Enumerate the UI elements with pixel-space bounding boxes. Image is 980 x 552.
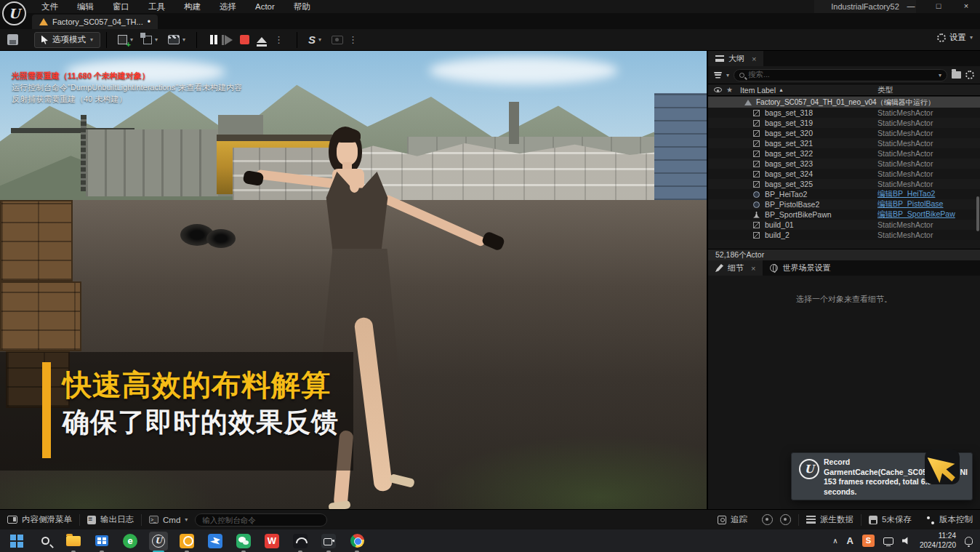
menu-item[interactable]: 文件 [32,0,68,13]
outliner-row[interactable]: bags_set_324 StaticMeshActor [708,169,980,179]
platforms-button[interactable]: S ▾ [308,33,321,46]
start-button[interactable] [7,532,26,551]
tab-details[interactable]: 细节 × [708,260,763,276]
bird-app[interactable] [206,532,225,551]
close-icon[interactable]: × [752,55,756,63]
outliner-row[interactable]: bags_set_323 StaticMeshActor [708,159,980,169]
favorite-column-icon[interactable]: ★ [726,86,733,94]
cmd-label: Cmd [163,516,180,524]
taskbar-clock[interactable]: 11:24 2024/12/20 [920,532,956,550]
outliner-row[interactable]: BP_HeiTao2 编辑BP_HeiTao2 [708,189,980,199]
maximize-button[interactable]: □ [925,0,952,13]
chevron-down-icon[interactable]: ▾ [939,72,941,79]
outliner-row[interactable]: bags_set_319 StaticMeshActor [708,118,980,128]
outliner-scrollbar[interactable] [976,196,979,231]
volume-icon[interactable] [902,537,911,545]
taskbar-search[interactable] [36,532,55,551]
outliner-row[interactable]: bags_set_320 StaticMeshActor [708,128,980,138]
chevron-down-icon[interactable]: ▾ [726,72,729,79]
sort-ascending-icon: ▲ [779,87,784,92]
outliner-settings-icon[interactable] [965,71,974,79]
pause-button[interactable] [210,35,217,44]
actor-type-icon [753,232,760,239]
menu-item[interactable]: Actor [246,0,284,13]
capture-gauge-app[interactable] [291,532,310,551]
revision-control-button[interactable]: 版本控制 [919,510,980,529]
play-options-icon[interactable]: ⋮ [274,36,284,44]
outliner-row[interactable]: BP_PistolBase2 编辑BP_PistolBase [708,199,980,209]
level-viewport[interactable]: 光照需要重建（11,680 个未构建对象） 运行控制台命令"DumpUnbuil… [0,51,707,509]
visibility-column-icon[interactable] [714,87,722,92]
filter-icon[interactable] [714,72,722,79]
add-actor-button[interactable]: ▾ [118,35,133,44]
unreal-engine[interactable]: U [149,532,168,551]
minimize-button[interactable]: — [897,0,925,13]
menu-item[interactable]: 构建 [174,0,210,13]
actor-type: StaticMeshActor [877,129,933,137]
output-log-button[interactable]: 输出日志 [80,510,141,529]
actor-label: BP_PistolBase2 [765,200,819,209]
console-command-input[interactable]: 输入控制台命令 [195,513,327,527]
edit-blueprint-link[interactable]: 编辑BP_SportBikePaw [877,209,955,220]
tray-overflow-icon[interactable]: ∧ [832,537,838,545]
menu-item[interactable]: 编辑 [68,0,103,13]
edit-blueprint-link[interactable]: 编辑BP_HeiTao2 [877,189,935,199]
screen-recorder[interactable] [319,532,338,551]
search-placeholder: 搜索... [748,70,935,80]
actor-label: bags_set_319 [765,119,813,127]
stop-button[interactable] [240,35,249,44]
close-button[interactable]: × [952,0,980,13]
menu-item[interactable]: 窗口 [103,0,139,13]
outliner-row[interactable]: BP_SportBikePawn 编辑BP_SportBikePaw [708,209,980,220]
outliner-row[interactable]: bags_set_325 StaticMeshActor [708,179,980,189]
launch-button[interactable] [332,36,343,44]
derived-data-button[interactable]: 派生数据 [799,510,861,529]
toolbar-overflow-icon[interactable]: ⋮ [348,36,358,44]
outliner-row[interactable]: bags_set_318 StaticMeshActor [708,108,980,118]
insights-button[interactable] [755,510,780,529]
level-tab[interactable]: Factory_SC057_04_TH... • [32,15,158,29]
network-icon[interactable] [883,537,893,545]
outliner-row[interactable]: build_2 StaticMeshActor [708,230,980,240]
chrome[interactable] [348,532,366,551]
viewport-settings-button[interactable]: 设置 ▾ [937,32,973,43]
unsaved-button[interactable]: 5未保存 [861,510,919,529]
frame-skip-button[interactable] [225,35,233,45]
save-level-button[interactable] [7,34,18,45]
menu-item[interactable]: 帮助 [284,0,320,13]
actor-label: bags_set_325 [765,180,813,188]
type-column[interactable]: 类型 [877,85,893,95]
menu-item[interactable]: 选择 [210,0,246,13]
cmd-dropdown[interactable]: >_ Cmd ▾ [142,510,195,529]
media-player[interactable] [177,532,196,551]
outliner-row[interactable]: bags_set_321 StaticMeshActor [708,138,980,148]
play-controls: ⋮ [210,35,284,45]
editor-mode-select[interactable]: 选项模式 ▾ [34,32,100,48]
outliner-row[interactable]: bags_set_322 StaticMeshActor [708,148,980,159]
tray-s-app-icon[interactable]: S [862,535,875,547]
green-app[interactable]: e [121,532,140,551]
actor-label: build_01 [765,220,794,229]
menu-item[interactable]: 工具 [139,0,174,13]
close-icon[interactable]: × [751,264,755,273]
new-folder-icon[interactable] [952,71,961,79]
eject-button[interactable] [257,37,267,43]
microsoft-store[interactable] [92,532,111,551]
file-explorer[interactable] [64,532,83,551]
cinematics-button[interactable]: ▾ [168,35,185,44]
snapshot-button[interactable] [780,510,798,529]
trace-button[interactable]: 追踪 [710,510,755,529]
outliner-row[interactable]: build_01 StaticMeshActor [708,220,980,230]
outliner-search-input[interactable]: 搜索... ▾ [734,69,947,81]
tab-outliner[interactable]: 大纲 × [708,51,763,66]
notification-bell-icon[interactable] [965,537,973,545]
outliner-level-row[interactable]: Factory_SC057_04_TH_01_neo_v04（编辑器中运行） [708,97,980,108]
edit-blueprint-link[interactable]: 编辑BP_PistolBase [877,199,943,209]
wps-office[interactable]: W [262,532,281,551]
tab-world-settings[interactable]: 世界场景设置 [763,260,838,276]
input-method-indicator[interactable]: A [847,535,854,546]
content-drawer-button[interactable]: 内容侧滑菜单 [0,510,79,529]
blueprints-button[interactable]: ▾ [143,36,158,44]
wechat[interactable] [234,532,253,551]
item-label-column[interactable]: Item Label [740,86,776,95]
